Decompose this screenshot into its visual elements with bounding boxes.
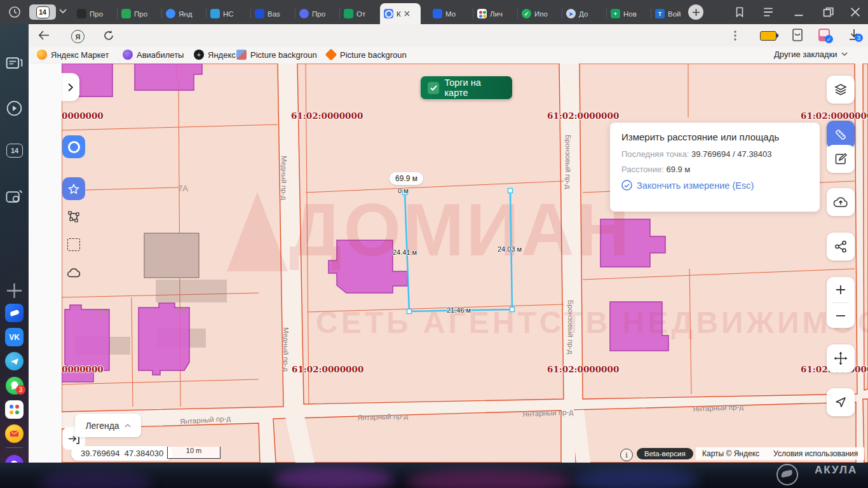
aviabilety-icon [123, 50, 133, 60]
locate-button[interactable] [827, 388, 855, 416]
downloads-button[interactable]: 3 [848, 29, 860, 43]
share-icon [834, 240, 847, 253]
tab-5[interactable]: Bas [251, 3, 295, 24]
restore-icon[interactable] [822, 6, 834, 18]
yandex-home-icon[interactable]: Я [71, 30, 85, 43]
tab-4[interactable]: НС [207, 3, 251, 24]
minimize-icon[interactable] [793, 6, 804, 18]
polygon-tool-button[interactable] [62, 205, 85, 228]
back-icon[interactable] [38, 30, 50, 40]
beta-badge: Beta-версия [637, 448, 693, 459]
tab-2[interactable]: Про [118, 3, 162, 24]
downloads-badge: 3 [855, 34, 863, 42]
tab-counter[interactable]: 14 [29, 4, 56, 20]
mapru-logo[interactable] [62, 135, 85, 158]
bookmark-aviabilety[interactable]: Авиабилеты [123, 50, 184, 60]
upload-button[interactable] [827, 188, 855, 216]
video-panel-icon[interactable] [5, 99, 24, 118]
layers-button[interactable] [827, 76, 855, 104]
tab-favicon [433, 9, 442, 18]
plus-icon [836, 285, 846, 295]
feed-panel-icon[interactable] [5, 55, 24, 73]
add-app-icon[interactable] [5, 281, 24, 300]
telegram-app-icon[interactable] [5, 352, 24, 370]
share-button[interactable] [827, 233, 855, 261]
favorites-button[interactable] [62, 177, 85, 200]
tab-9[interactable]: Мо [429, 3, 473, 24]
battery-extension-icon[interactable] [760, 31, 776, 41]
chevron-right-icon [68, 83, 73, 92]
draw-button[interactable] [827, 145, 855, 173]
tab-list-chevron-icon[interactable] [59, 9, 67, 14]
tab-6[interactable]: Про [295, 3, 340, 24]
tab-favicon [210, 9, 220, 18]
history-clock-icon[interactable] [8, 6, 21, 18]
last-point-label: Последняя точка: [621, 149, 689, 159]
address-bar-row: Я map.ru Кадастровая карта России онлайн… [0, 24, 868, 47]
measure-total-badge: 69.9 м [390, 172, 423, 185]
bookmark-yandex-market[interactable]: Яндекс Маркет [37, 50, 109, 60]
cursor-coordinates: 39.769694 47.384030 [71, 446, 173, 461]
services-app-icon[interactable] [5, 400, 24, 419]
pocket-extension-icon[interactable] [792, 29, 803, 42]
cadastral-label: 61:02:0000000 [801, 111, 868, 121]
map-copyright: Карты © Яндекс [702, 449, 759, 458]
tab-favicon: ✓ [522, 9, 531, 18]
zoom-in-button[interactable] [827, 277, 855, 302]
pan-button[interactable] [827, 344, 855, 372]
cadastral-label: 61:02:0000000 [547, 364, 619, 374]
reload-icon[interactable] [103, 30, 114, 41]
tab-close-icon[interactable] [404, 11, 410, 17]
tab-7[interactable]: От [340, 3, 384, 24]
info-icon[interactable]: i [620, 449, 633, 461]
other-bookmarks[interactable]: Другие закладки [774, 50, 848, 59]
trades-on-map-button[interactable]: Торги на карте [421, 76, 512, 99]
menu-icon[interactable] [763, 6, 774, 18]
select-area-button[interactable] [62, 233, 85, 256]
close-icon[interactable] [850, 6, 861, 18]
whatsapp-app-icon[interactable]: 3 [5, 376, 24, 395]
screenshot-panel-icon[interactable] [5, 188, 24, 207]
yandex-browser-app-icon[interactable] [5, 304, 24, 322]
ruler-icon [834, 128, 848, 142]
street-label-medny: Медный пр-д [280, 156, 288, 200]
windows-taskbar: АКУЛА e Y 3 RU K Y Fx ЕХ 11:39 01.10.202… [0, 463, 868, 488]
chevron-up-icon [125, 424, 131, 428]
check-icon [428, 82, 439, 94]
terms-link[interactable]: Условия использования [773, 449, 858, 458]
chevron-down-icon [841, 52, 848, 57]
measure-start-label: 0 м [398, 187, 409, 194]
bookmark-picture-1[interactable]: Picture backgroun [236, 50, 317, 60]
tab-count-badge: 14 [36, 6, 50, 18]
divider [6, 447, 23, 448]
finish-measure-link[interactable]: Закончить измерение (Esc) [621, 180, 808, 191]
tab-1[interactable]: Про [73, 3, 118, 24]
zoom-out-button[interactable] [827, 303, 855, 329]
bookmarks-panel-icon[interactable] [734, 6, 745, 18]
tab-favicon [255, 9, 264, 18]
mail-app-icon[interactable] [5, 424, 24, 443]
new-tab-button[interactable] [688, 4, 703, 20]
tab-12[interactable]: ➤До [562, 3, 607, 24]
parcel-number: 12 [98, 308, 107, 318]
tab-favicon [166, 9, 175, 18]
cloud-icon [67, 268, 81, 278]
tab-active[interactable]: К [380, 3, 421, 24]
address-more-icon[interactable] [734, 30, 736, 41]
checker-extension-icon[interactable]: ✓ [818, 29, 830, 41]
tab-13[interactable]: +Нов [607, 3, 651, 24]
sidebar-expand-button[interactable] [62, 73, 79, 101]
tab-10[interactable]: Лич [473, 3, 518, 24]
distance-value: 69.9 м [666, 165, 690, 174]
tab-3[interactable]: Янд [162, 3, 207, 24]
yandex-market-icon [37, 50, 47, 60]
legend-button[interactable]: Легенда [75, 414, 141, 437]
bookmark-picture-2[interactable]: Picture backgroun [326, 50, 407, 60]
wallpaper-text: АКУЛА [815, 464, 857, 477]
tab-11[interactable]: ✓Ипо [518, 3, 562, 24]
vk-app-icon[interactable]: VK [5, 328, 24, 346]
cloud-button[interactable] [62, 261, 85, 284]
tabs-panel-button[interactable]: 14 [6, 144, 23, 158]
bookmark-yandex[interactable]: +Яндекс [194, 50, 236, 60]
tab-favicon [121, 9, 131, 18]
